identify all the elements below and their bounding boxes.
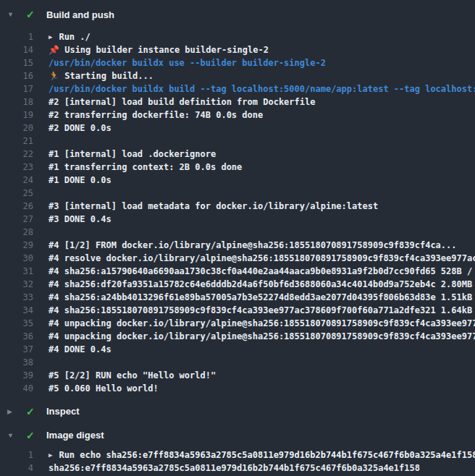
log-text: ▶Run ./: [49, 30, 91, 43]
log-text: #1 DONE 0.0s: [49, 174, 112, 187]
line-number[interactable]: 26: [0, 200, 33, 213]
line-number[interactable]: 15: [0, 56, 33, 69]
line-number[interactable]: 20: [0, 122, 33, 135]
log-line: 1▶Run echo sha256:e7ff8834a5963a2785c5a0…: [0, 449, 475, 462]
line-number[interactable]: 27: [0, 213, 33, 226]
log-line: 18#2 [internal] load build definition fr…: [0, 95, 475, 109]
chevron-right-icon: ▶: [7, 408, 19, 415]
log-text: #4 unpacking docker.io/library/alpine@sh…: [49, 330, 475, 343]
log-line: 23#1 transferring context: 2B 0.0s done: [0, 161, 475, 174]
section-title: Inspect: [46, 406, 80, 417]
line-number[interactable]: 37: [0, 343, 33, 356]
line-number[interactable]: 29: [0, 239, 33, 252]
line-number[interactable]: 18: [0, 95, 33, 109]
log-line: 34#4 sha256:185518070891758909c9f839cf4c…: [0, 304, 475, 317]
log-line: 21: [0, 135, 475, 148]
line-number[interactable]: 14: [0, 43, 33, 56]
line-number[interactable]: 25: [0, 187, 33, 200]
log-line: 1▶Run ./: [0, 30, 475, 43]
workflow-log-viewer: ▼✓Build and push1▶Run ./14📌 Using builde…: [0, 0, 475, 476]
log-text: #2 [internal] load build definition from…: [49, 95, 315, 109]
log-line: 28: [0, 226, 475, 239]
log-text: #5 [2/2] RUN echo "Hello world!": [49, 369, 216, 382]
log-line: 35#4 unpacking docker.io/library/alpine@…: [0, 317, 475, 330]
log-line: 16🏃 Starting build...: [0, 69, 475, 82]
log-line: 20#2 DONE 0.0s: [0, 122, 475, 135]
log-section-build-and-push: ▼✓Build and push1▶Run ./14📌 Using builde…: [0, 0, 475, 399]
log-text: #4 DONE 0.4s: [49, 343, 112, 356]
line-number[interactable]: 36: [0, 330, 33, 343]
section-header-inspect[interactable]: ▶✓Inspect: [0, 399, 475, 423]
log-line: 22#1 [internal] load .dockerignore: [0, 148, 475, 161]
chevron-down-icon: ▼: [7, 11, 19, 18]
check-icon: ✓: [26, 406, 39, 417]
log-text: #4 [1/2] FROM docker.io/library/alpine@s…: [49, 239, 457, 252]
line-number[interactable]: 32: [0, 278, 33, 291]
log-text: 🏃 Starting build...: [49, 69, 154, 82]
line-number[interactable]: 34: [0, 304, 33, 317]
log-line: 36#4 unpacking docker.io/library/alpine@…: [0, 330, 475, 343]
log-line: 29#4 [1/2] FROM docker.io/library/alpine…: [0, 239, 475, 252]
log-text: #4 sha256:a15790640a6690aa1730c38cf0a440…: [49, 265, 475, 278]
section-header-build-and-push[interactable]: ▼✓Build and push: [0, 0, 475, 29]
check-icon: ✓: [26, 430, 39, 441]
line-number[interactable]: 1: [0, 449, 33, 462]
log-line: 17/usr/bin/docker buildx build --tag loc…: [0, 82, 475, 95]
log-text: 📌 Using builder instance builder-single-…: [49, 43, 269, 56]
line-number[interactable]: 19: [0, 109, 33, 122]
log-lines: 1▶Run ./14📌 Using builder instance build…: [0, 29, 475, 399]
line-number[interactable]: 40: [0, 382, 33, 395]
log-line: 39#5 [2/2] RUN echo "Hello world!": [0, 369, 475, 382]
log-line: 38: [0, 356, 475, 369]
section-header-image-digest[interactable]: ▼✓Image digest: [0, 423, 475, 447]
line-number[interactable]: 24: [0, 174, 33, 187]
line-number[interactable]: 39: [0, 369, 33, 382]
expand-arrow-icon[interactable]: ▶: [49, 449, 52, 462]
log-text: #1 transferring context: 2B 0.0s done: [49, 161, 242, 174]
log-text: #2 transferring dockerfile: 74B 0.0s don…: [49, 109, 263, 122]
log-text: #3 [internal] load metadata for docker.i…: [49, 200, 378, 213]
line-number[interactable]: 23: [0, 161, 33, 174]
check-icon: ✓: [26, 9, 39, 20]
line-number[interactable]: 38: [0, 356, 33, 369]
log-line: 31#4 sha256:a15790640a6690aa1730c38cf0a4…: [0, 265, 475, 278]
log-text: ▶Run echo sha256:e7ff8834a5963a2785c5a08…: [49, 449, 475, 462]
line-number[interactable]: 30: [0, 252, 33, 265]
log-line: 27#3 DONE 0.4s: [0, 213, 475, 226]
log-line: 37#4 DONE 0.4s: [0, 343, 475, 356]
log-text: #1 [internal] load .dockerignore: [49, 148, 216, 161]
log-line: 4sha256:e7ff8834a5963a2785c5a0811e979d16…: [0, 462, 475, 475]
log-text: /usr/bin/docker buildx build --tag local…: [49, 82, 475, 95]
line-number[interactable]: 4: [0, 462, 33, 475]
line-number[interactable]: 16: [0, 69, 33, 82]
line-number[interactable]: 31: [0, 265, 33, 278]
log-line: 24#1 DONE 0.0s: [0, 174, 475, 187]
section-title: Image digest: [46, 430, 104, 441]
line-number[interactable]: 1: [0, 30, 33, 43]
log-line: 33#4 sha256:a24bb4013296f61e89ba57005a7b…: [0, 291, 475, 304]
log-text: #3 DONE 0.4s: [49, 213, 112, 226]
log-line: 14📌 Using builder instance builder-singl…: [0, 43, 475, 56]
log-text: #4 resolve docker.io/library/alpine@sha2…: [49, 252, 475, 265]
log-line: 30#4 resolve docker.io/library/alpine@sh…: [0, 252, 475, 265]
expand-arrow-icon[interactable]: ▶: [49, 30, 52, 43]
log-text: #4 unpacking docker.io/library/alpine@sh…: [49, 317, 475, 330]
log-text: #5 0.060 Hello world!: [49, 382, 159, 395]
log-line: 19#2 transferring dockerfile: 74B 0.0s d…: [0, 109, 475, 122]
command-text: Run ./: [59, 32, 90, 42]
log-lines: 1▶Run echo sha256:e7ff8834a5963a2785c5a0…: [0, 447, 475, 476]
line-number[interactable]: 33: [0, 291, 33, 304]
log-line: 32#4 sha256:df20fa9351a15782c64e6dddb2d4…: [0, 278, 475, 291]
line-number[interactable]: 17: [0, 82, 33, 95]
log-line: 25: [0, 187, 475, 200]
log-line: 40#5 0.060 Hello world!: [0, 382, 475, 395]
log-line: 26#3 [internal] load metadata for docker…: [0, 200, 475, 213]
log-section-inspect: ▶✓Inspect: [0, 399, 475, 423]
log-text: #2 DONE 0.0s: [49, 122, 112, 135]
line-number[interactable]: 35: [0, 317, 33, 330]
log-text: /usr/bin/docker buildx use --builder bui…: [49, 56, 326, 69]
line-number[interactable]: 28: [0, 226, 33, 239]
line-number[interactable]: 22: [0, 148, 33, 161]
line-number[interactable]: 21: [0, 135, 33, 148]
log-text: #4 sha256:df20fa9351a15782c64e6dddb2d4a6…: [49, 278, 475, 291]
